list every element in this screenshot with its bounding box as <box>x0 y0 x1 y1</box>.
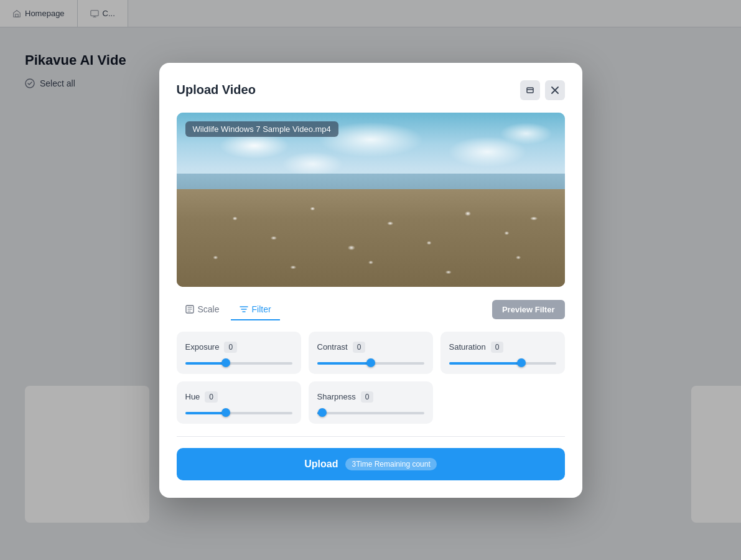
sharpness-slider-card: Sharpness 0 <box>309 381 433 424</box>
hue-slider-card: Hue 0 <box>177 381 301 424</box>
tab-scale-label: Scale <box>198 304 220 314</box>
saturation-fill <box>449 362 522 365</box>
scale-icon <box>185 305 194 314</box>
video-birds <box>177 189 565 287</box>
empty-slider-card <box>440 381 565 424</box>
exposure-value: 0 <box>224 342 237 353</box>
sharpness-thumb[interactable] <box>318 408 327 417</box>
tab-filter[interactable]: Filter <box>231 299 280 320</box>
sharpness-track-container[interactable] <box>317 411 424 415</box>
upload-label: Upload <box>304 459 338 470</box>
sharpness-header: Sharpness 0 <box>317 391 424 403</box>
filter-tabs-left: Scale Filter <box>177 299 280 320</box>
exposure-track-container[interactable] <box>185 362 292 365</box>
contrast-value: 0 <box>353 342 366 353</box>
video-preview: Wildlife Windows 7 Sample Video.mp4 <box>177 113 565 287</box>
upload-button[interactable]: Upload 3Time Remaining count <box>177 448 565 480</box>
tab-filter-label: Filter <box>252 304 271 314</box>
contrast-label: Contrast <box>317 342 348 352</box>
sliders-bottom-row: Hue 0 Sharpness 0 <box>177 381 565 424</box>
modal-overlay: Upload Video <box>0 0 741 560</box>
contrast-thumb[interactable] <box>366 358 375 367</box>
contrast-track-container[interactable] <box>317 362 424 365</box>
saturation-thumb[interactable] <box>517 358 526 367</box>
contrast-header: Contrast 0 <box>317 342 424 353</box>
tab-scale[interactable]: Scale <box>177 299 228 320</box>
upload-badge: 3Time Remaining count <box>345 458 436 470</box>
preview-filter-label: Preview Filter <box>502 305 555 314</box>
modal-controls <box>520 80 565 100</box>
filter-tabs: Scale Filter Preview Filter <box>177 299 565 320</box>
contrast-slider-card: Contrast 0 <box>309 332 433 374</box>
saturation-track-container[interactable] <box>449 362 556 365</box>
hue-fill <box>185 412 226 414</box>
contrast-fill <box>317 362 371 365</box>
svg-rect-3 <box>527 88 533 93</box>
upload-video-modal: Upload Video <box>159 63 582 498</box>
saturation-value: 0 <box>491 342 504 353</box>
exposure-label: Exposure <box>185 342 220 352</box>
sharpness-track <box>317 412 424 414</box>
filter-icon <box>240 305 248 314</box>
minimize-button[interactable] <box>520 80 540 100</box>
video-filename-label: Wildlife Windows 7 Sample Video.mp4 <box>185 121 338 137</box>
minimize-icon <box>526 86 534 95</box>
close-button[interactable] <box>545 80 565 100</box>
hue-header: Hue 0 <box>185 391 292 403</box>
sliders-top-row: Exposure 0 Contrast 0 <box>177 332 565 374</box>
exposure-header: Exposure 0 <box>185 342 292 353</box>
saturation-slider-card: Saturation 0 <box>440 332 565 374</box>
exposure-thumb[interactable] <box>221 358 230 367</box>
saturation-header: Saturation 0 <box>449 342 556 353</box>
hue-thumb[interactable] <box>221 408 230 417</box>
sharpness-label: Sharpness <box>317 392 356 401</box>
exposure-fill <box>185 362 226 365</box>
saturation-label: Saturation <box>449 342 486 352</box>
preview-filter-button[interactable]: Preview Filter <box>492 300 565 319</box>
close-icon <box>551 86 559 94</box>
modal-title: Upload Video <box>177 83 256 97</box>
exposure-slider-card: Exposure 0 <box>177 332 301 374</box>
hue-value: 0 <box>205 391 218 403</box>
sharpness-value: 0 <box>361 391 374 403</box>
hue-track-container[interactable] <box>185 411 292 415</box>
divider <box>177 436 565 437</box>
hue-label: Hue <box>185 392 200 401</box>
modal-header: Upload Video <box>177 80 565 100</box>
